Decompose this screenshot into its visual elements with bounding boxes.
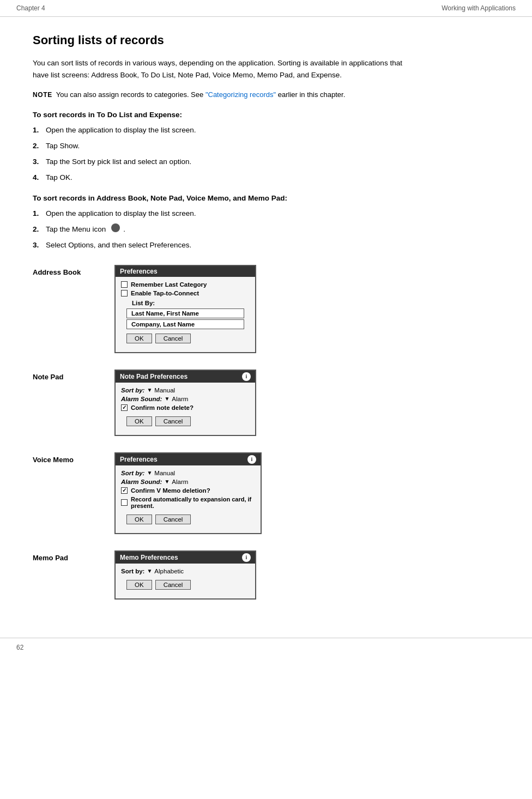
page-header: Chapter 4 Working with Applications: [0, 0, 532, 17]
categorizing-records-link[interactable]: "Categorizing records": [205, 90, 276, 99]
step-1-3: 3. Tap the Sort by pick list and select …: [33, 156, 403, 168]
period: .: [123, 223, 125, 236]
alarm-label: Alarm Sound:: [121, 479, 162, 485]
note-pad-buttons: OK Cancel: [121, 413, 250, 431]
confirm-row: Confirm note delete?: [121, 404, 250, 411]
confirm-vmemo-row: Confirm V Memo deletion?: [121, 487, 255, 494]
step-num: 1.: [33, 124, 43, 137]
page-title: Sorting lists of records: [33, 33, 499, 47]
note-pad-label: Note Pad: [33, 370, 104, 381]
note-block: NOTE You can also assign records to cate…: [33, 89, 414, 101]
step-num: 3.: [33, 156, 43, 168]
step-1-2: 2. Tap Show.: [33, 140, 403, 153]
step-text: Tap OK.: [46, 172, 72, 184]
step-2-3: 3. Select Options, and then select Prefe…: [33, 239, 403, 252]
step-text: Open the application to display the list…: [46, 208, 196, 220]
remember-last-category-checkbox[interactable]: [121, 281, 128, 288]
address-book-cancel-button[interactable]: Cancel: [155, 334, 191, 343]
record-auto-row: Record automatically to expansion card, …: [121, 496, 255, 509]
confirm-vmemo-label: Confirm V Memo deletion?: [131, 487, 210, 494]
step-2-2: 2. Tap the Menu icon .: [33, 223, 403, 236]
alarm-row: Alarm Sound: ▼ Alarm: [121, 479, 255, 485]
section-title: Working with Applications: [442, 4, 516, 12]
memo-pad-cancel-button[interactable]: Cancel: [155, 580, 191, 590]
step-text: Tap Show.: [46, 140, 80, 153]
record-auto-checkbox[interactable]: [121, 499, 128, 506]
note-pad-cancel-button[interactable]: Cancel: [155, 416, 191, 426]
sort-by-label: Sort by:: [121, 568, 144, 574]
remember-last-category-row: Remember Last Category: [121, 281, 250, 288]
chapter-title: Chapter 4: [16, 4, 45, 12]
note-pad-ok-button[interactable]: OK: [126, 416, 152, 426]
menu-icon: [111, 223, 120, 232]
record-auto-label: Record automatically to expansion card, …: [131, 496, 255, 509]
steps-list-1: 1. Open the application to display the l…: [33, 124, 403, 184]
footer-page-number: 62: [16, 644, 23, 651]
note-pad-dialog: Note Pad Preferences i Sort by: ▼ Manual…: [114, 370, 256, 436]
sort-by-row: Sort by: ▼ Alphabetic: [121, 568, 250, 574]
alarm-row: Alarm Sound: ▼ Alarm: [121, 396, 250, 402]
sort-dropdown-arrow[interactable]: ▼: [147, 387, 152, 393]
sort-value: Alphabetic: [154, 568, 184, 574]
step-text: Tap the Menu icon: [46, 223, 106, 236]
info-icon: i: [242, 553, 251, 562]
alarm-value: Alarm: [172, 479, 188, 485]
address-book-ok-button[interactable]: OK: [126, 334, 152, 343]
sort-value: Manual: [154, 470, 175, 476]
note-pad-dialog-title: Note Pad Preferences i: [116, 371, 255, 383]
title-text: Preferences: [120, 456, 158, 463]
title-text: Preferences: [120, 268, 158, 275]
company-last-name-option[interactable]: Company, Last Name: [126, 319, 244, 329]
confirm-label: Confirm note delete?: [131, 404, 194, 411]
alarm-value: Alarm: [172, 396, 188, 402]
alarm-label: Alarm Sound:: [121, 396, 162, 402]
step-text: Open the application to display the list…: [46, 124, 196, 137]
enable-tap-checkbox[interactable]: [121, 290, 128, 296]
sort-dropdown-arrow[interactable]: ▼: [147, 568, 152, 574]
sort-value: Manual: [154, 387, 175, 394]
address-book-buttons: OK Cancel: [121, 330, 250, 348]
voice-memo-cancel-button[interactable]: Cancel: [155, 514, 191, 524]
memo-pad-dialog-title: Memo Preferences i: [116, 552, 255, 564]
memo-pad-dialog-body: Sort by: ▼ Alphabetic OK Cancel: [116, 564, 255, 598]
confirm-vmemo-checkbox[interactable]: [121, 487, 128, 494]
info-icon: i: [242, 372, 251, 381]
memo-pad-dialog: Memo Preferences i Sort by: ▼ Alphabetic…: [114, 550, 256, 600]
step-2-1: 1. Open the application to display the l…: [33, 208, 403, 220]
confirm-checkbox[interactable]: [121, 404, 128, 411]
sort-by-label: Sort by:: [121, 387, 144, 394]
subsection1-heading: To sort records in To Do List and Expens…: [33, 111, 499, 119]
alarm-dropdown-arrow[interactable]: ▼: [164, 396, 170, 402]
memo-pad-buttons: OK Cancel: [121, 577, 250, 594]
step-text: Tap the Sort by pick list and select an …: [46, 156, 191, 168]
subsection2-heading: To sort records in Address Book, Note Pa…: [33, 194, 499, 202]
voice-memo-ok-button[interactable]: OK: [126, 514, 152, 524]
alarm-dropdown-arrow[interactable]: ▼: [164, 479, 170, 485]
step-1-1: 1. Open the application to display the l…: [33, 124, 403, 137]
sort-by-label: Sort by:: [121, 470, 144, 476]
memo-pad-ok-button[interactable]: OK: [126, 580, 152, 590]
step-num: 3.: [33, 239, 43, 252]
memo-pad-label: Memo Pad: [33, 550, 104, 562]
voice-memo-diagram: Voice Memo Preferences i Sort by: ▼ Manu…: [33, 452, 499, 534]
voice-memo-buttons: OK Cancel: [121, 511, 255, 529]
title-text: Memo Preferences: [120, 554, 178, 561]
enable-tap-label: Enable Tap-to-Connect: [131, 290, 199, 296]
voice-memo-dialog-body: Sort by: ▼ Manual Alarm Sound: ▼ Alarm C…: [116, 465, 261, 533]
diagrams-section: Address Book Preferences Remember Last C…: [33, 265, 499, 600]
address-book-diagram: Address Book Preferences Remember Last C…: [33, 265, 499, 353]
note-pad-diagram: Note Pad Note Pad Preferences i Sort by:…: [33, 370, 499, 436]
note-suffix: earlier in this chapter.: [278, 90, 346, 99]
voice-memo-dialog-title: Preferences i: [116, 453, 261, 465]
intro-paragraph: You can sort lists of records in various…: [33, 57, 414, 81]
last-name-option[interactable]: Last Name, First Name: [126, 308, 244, 318]
sort-by-row: Sort by: ▼ Manual: [121, 470, 255, 476]
step-1-4: 4. Tap OK.: [33, 172, 403, 184]
note-text: You can also assign records to categorie…: [56, 90, 204, 99]
remember-last-category-label: Remember Last Category: [131, 281, 207, 288]
sort-dropdown-arrow[interactable]: ▼: [147, 470, 152, 476]
voice-memo-label: Voice Memo: [33, 452, 104, 464]
main-content: Sorting lists of records You can sort li…: [0, 17, 532, 621]
page-footer: 62: [0, 638, 532, 657]
address-book-dialog: Preferences Remember Last Category Enabl…: [114, 265, 256, 353]
